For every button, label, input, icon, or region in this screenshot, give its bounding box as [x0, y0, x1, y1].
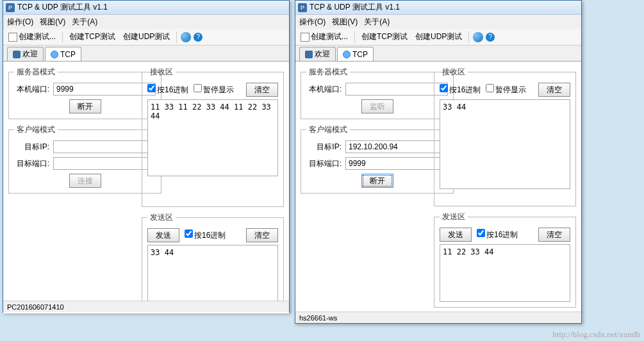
send-hex-label[interactable]: 按16进制 — [477, 229, 518, 240]
recv-legend: 接收区 — [440, 67, 468, 78]
tabs: 欢迎 TCP — [295, 46, 581, 61]
send-button[interactable]: 发送 — [440, 228, 472, 242]
client-mode-group: 客户端模式 目标IP: 目标端口: 断开 — [301, 124, 454, 194]
tab-tcp[interactable]: TCP — [45, 47, 81, 61]
target-port-label: 目标端口: — [14, 158, 49, 169]
window-right: P TCP & UDP 测试工具 v1.1 操作(O) 视图(V) 关于(A) … — [295, 0, 582, 324]
titlebar[interactable]: P TCP & UDP 测试工具 v1.1 — [3, 1, 289, 15]
menu-about[interactable]: 关于(A) — [364, 17, 390, 28]
doc-icon — [301, 33, 310, 42]
menubar: 操作(O) 视图(V) 关于(A) — [295, 15, 581, 29]
app-icon: P — [298, 3, 307, 12]
client-mode-legend: 客户端模式 — [306, 124, 350, 135]
tab-tcp[interactable]: TCP — [337, 47, 374, 61]
send-legend: 发送区 — [440, 212, 468, 222]
send-clear-button[interactable]: 清空 — [246, 228, 278, 242]
client-mode-group: 客户端模式 目标IP: 目标端口: 连接 — [8, 124, 161, 194]
pause-checkbox[interactable] — [486, 84, 494, 92]
hex-checkbox-label[interactable]: 按16进制 — [147, 84, 188, 96]
pause-checkbox[interactable] — [194, 84, 202, 92]
pause-checkbox-label[interactable]: 暂停显示 — [486, 84, 526, 96]
window-title: TCP & UDP 测试工具 v1.1 — [310, 2, 400, 13]
recv-group: 接收区 按16进制 暂停显示 清空 — [142, 67, 284, 207]
separator — [354, 31, 355, 43]
tabs: 欢迎 TCP — [3, 46, 289, 61]
separator — [176, 31, 177, 43]
tab-welcome[interactable]: 欢迎 — [299, 47, 336, 61]
doc-icon — [8, 33, 17, 42]
separator — [62, 31, 63, 43]
local-port-label: 本机端口: — [306, 84, 342, 95]
window-title: TCP & UDP 测试工具 v1.1 — [17, 2, 108, 13]
recv-textarea[interactable] — [147, 99, 278, 176]
connect-button: 连接 — [69, 174, 101, 188]
titlebar[interactable]: P TCP & UDP 测试工具 v1.1 — [295, 1, 581, 15]
statusbar: PC201606071410 — [3, 301, 289, 312]
create-tcp-button[interactable]: 创建TCP测试 — [67, 30, 118, 44]
menu-about[interactable]: 关于(A) — [72, 17, 97, 28]
recv-textarea[interactable] — [440, 99, 570, 189]
listen-button: 监听 — [361, 99, 393, 113]
tcp-icon — [51, 51, 58, 58]
send-textarea[interactable] — [440, 244, 570, 302]
disconnect-button[interactable]: 断开 — [69, 99, 101, 113]
status-text: hs26661-ws — [299, 314, 337, 322]
local-port-input[interactable] — [53, 83, 156, 96]
hex-checkbox[interactable] — [440, 84, 448, 92]
server-mode-legend: 服务器模式 — [306, 67, 350, 78]
pause-checkbox-label[interactable]: 暂停显示 — [194, 84, 234, 96]
create-tcp-button[interactable]: 创建TCP测试 — [359, 30, 410, 44]
globe-icon[interactable] — [473, 32, 483, 42]
local-port-input[interactable] — [345, 83, 448, 96]
recv-clear-button[interactable]: 清空 — [538, 83, 570, 97]
create-udp-button[interactable]: 创建UDP测试 — [413, 30, 465, 44]
send-hex-label[interactable]: 按16进制 — [185, 229, 226, 241]
send-legend: 发送区 — [147, 212, 176, 223]
create-udp-button[interactable]: 创建UDP测试 — [120, 30, 172, 44]
target-ip-label: 目标IP: — [306, 142, 342, 153]
hex-checkbox-label[interactable]: 按16进制 — [440, 84, 481, 96]
help-icon[interactable]: ? — [194, 33, 202, 42]
menubar: 操作(O) 视图(V) 关于(A) — [3, 15, 289, 29]
content-area: 服务器模式 本机端口: 断开 客户端模式 目标IP: 目标端口: 连接 — [3, 61, 289, 313]
create-test-button[interactable]: 创建测试... — [6, 30, 58, 44]
menu-view[interactable]: 视图(V) — [40, 17, 65, 28]
help-icon[interactable]: ? — [486, 33, 495, 42]
send-button[interactable]: 发送 — [147, 228, 179, 242]
status-text: PC201606071410 — [7, 303, 64, 311]
tcp-icon — [343, 51, 351, 58]
globe-icon[interactable] — [181, 32, 191, 42]
recv-group: 接收区 按16进制 暂停显示 清空 — [434, 67, 576, 206]
target-port-label: 目标端口: — [306, 158, 342, 169]
hex-checkbox[interactable] — [147, 84, 156, 92]
toolbar: 创建测试... 创建TCP测试 创建UDP测试 ? — [295, 29, 581, 46]
server-mode-group: 服务器模式 本机端口: 断开 — [8, 67, 161, 119]
send-group: 发送区 发送 按16进制 清空 — [142, 212, 284, 308]
send-hex-checkbox[interactable] — [185, 229, 193, 238]
tab-welcome[interactable]: 欢迎 — [7, 47, 44, 61]
recv-legend: 接收区 — [147, 67, 176, 78]
target-port-input[interactable] — [53, 157, 156, 170]
send-textarea[interactable] — [147, 245, 278, 303]
menu-ops[interactable]: 操作(O) — [7, 17, 33, 28]
local-port-label: 本机端口: — [14, 84, 49, 95]
content-area: 服务器模式 本机端口: 监听 客户端模式 目标IP: 目标端口: 断开 — [295, 61, 581, 313]
disconnect-button[interactable]: 断开 — [361, 174, 393, 188]
target-ip-input[interactable] — [53, 140, 156, 153]
target-ip-input[interactable] — [345, 140, 448, 153]
server-mode-group: 服务器模式 本机端口: 监听 — [301, 67, 454, 119]
client-mode-legend: 客户端模式 — [14, 124, 58, 135]
menu-ops[interactable]: 操作(O) — [299, 17, 326, 28]
recv-clear-button[interactable]: 清空 — [246, 83, 278, 97]
menu-view[interactable]: 视图(V) — [332, 17, 358, 28]
send-hex-checkbox[interactable] — [477, 229, 485, 237]
app-icon: P — [6, 3, 15, 12]
create-test-button[interactable]: 创建测试... — [298, 30, 351, 44]
target-port-input[interactable] — [345, 157, 448, 170]
target-ip-label: 目标IP: — [14, 142, 49, 153]
server-mode-legend: 服务器模式 — [14, 67, 58, 78]
send-clear-button[interactable]: 清空 — [538, 228, 570, 242]
send-group: 发送区 发送 按16进制 清空 — [434, 212, 576, 308]
statusbar: hs26661-ws — [295, 312, 581, 323]
welcome-icon — [305, 51, 313, 58]
